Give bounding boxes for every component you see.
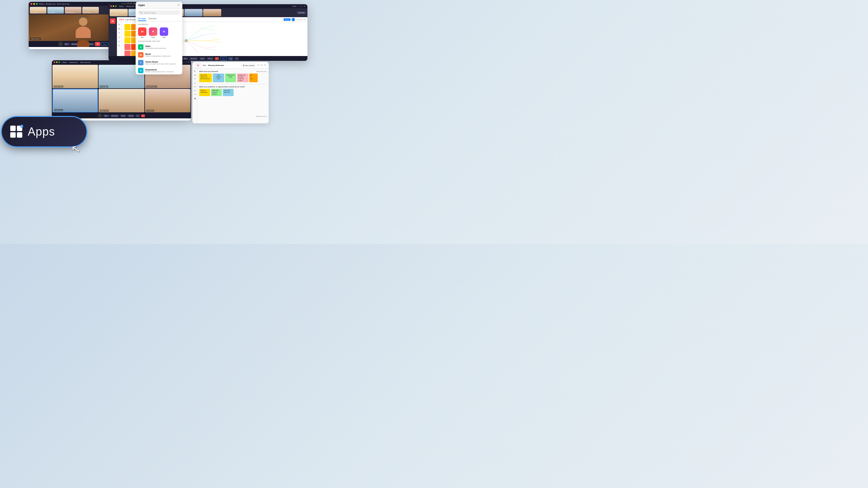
mr-close-btn[interactable]: ✕ xyxy=(264,64,266,67)
webex-logo-main: Webex xyxy=(119,5,124,7)
cursor-tool[interactable]: ↖ xyxy=(118,23,120,26)
share-btn-main[interactable]: Share xyxy=(199,57,206,60)
suggestion-thrive[interactable]: T Thrive Reset Take a breath and reset w… xyxy=(135,59,182,67)
layout-btn[interactable]: ⊞ Layout xyxy=(297,11,306,14)
mr-laser-tool[interactable]: ◉ xyxy=(194,97,196,100)
sticky-people-great[interactable]: People are so great xyxy=(225,73,236,82)
apps-panel-close-icon[interactable]: ✕ xyxy=(178,4,180,7)
suggestion-mural[interactable]: M Mural Online collaborative whiteboard xyxy=(135,51,182,59)
wm-participant-1[interactable]: Clarissa Smith xyxy=(110,9,128,16)
max-dot[interactable] xyxy=(115,5,117,7)
layout-btn-area: ⊞ Layout xyxy=(297,11,306,14)
hudl-icon: H xyxy=(160,27,168,36)
sticky-19 xyxy=(124,44,130,50)
apps-big-button[interactable]: + Apps ↖ xyxy=(2,117,87,147)
sticky-user-research[interactable]: User research rules xyxy=(213,73,224,82)
close-dot[interactable] xyxy=(30,3,32,5)
show-menu-bot[interactable]: Show menu bar xyxy=(80,61,91,63)
apps-search-box[interactable]: 🔍 Search Apps xyxy=(138,10,180,15)
miro-profile-icon[interactable]: 👤 xyxy=(291,18,295,22)
mr-pen-tool[interactable]: ✏ xyxy=(194,90,196,92)
cell-name-henry: Henry Riggs xyxy=(100,86,108,88)
sticky-help[interactable]: Make help easier to find/use xyxy=(211,89,222,96)
participant-thumb-1[interactable]: Clarissa Smith xyxy=(30,7,46,13)
sticky-cant-find[interactable]: People can't find help inside the produc… xyxy=(237,73,248,82)
max-dot[interactable] xyxy=(59,61,60,63)
mr-refresh-btn[interactable]: ↺ xyxy=(257,64,259,67)
participant-name-1: Clarissa Smith xyxy=(30,12,38,13)
meeting-info-top[interactable]: Meeting info xyxy=(46,3,56,5)
hoyk-icon: ✕ xyxy=(149,27,157,36)
show-menu-top[interactable]: Show menu bar xyxy=(57,3,69,5)
favorite-hoyk[interactable]: ✕ Hoyk xyxy=(149,27,157,38)
pen-tool[interactable]: ✏ xyxy=(118,44,120,47)
mural-icon: M xyxy=(138,52,144,58)
stop-video-btn-bot[interactable]: Stop video xyxy=(110,115,119,117)
sticky-tool[interactable]: ▭ xyxy=(118,40,121,43)
mr-arrow-tool[interactable]: ↗ xyxy=(194,93,196,96)
suggestion-smartsheet[interactable]: S Smartsheet Sheets and dashboards in re… xyxy=(135,67,182,74)
suggestion-slido[interactable]: S Slido Live polling and questions xyxy=(135,43,182,51)
record-btn-main[interactable]: Record xyxy=(207,57,214,60)
meeting-info-bot[interactable]: Meeting info xyxy=(69,61,78,63)
min-dot[interactable] xyxy=(56,61,58,63)
mr-cursor-tool[interactable]: ↖ xyxy=(194,70,196,73)
miro-close-all[interactable]: Close for all xyxy=(296,19,306,21)
text-tool[interactable]: T xyxy=(119,32,120,34)
sticky-1 xyxy=(124,24,130,30)
end-call-btn-main[interactable]: ✕ xyxy=(215,57,219,60)
wb2-max-btn[interactable]: □ xyxy=(185,61,187,64)
favorite-miro[interactable]: M Miro xyxy=(138,27,147,38)
more-btn-main[interactable]: ••• xyxy=(235,57,239,60)
wb2-close-btn[interactable]: ✕ xyxy=(187,61,189,64)
close-dot[interactable] xyxy=(54,61,55,63)
speaker-name-label: Sofia Gomez xyxy=(30,38,41,40)
star-reflection[interactable]: ☆ xyxy=(226,64,227,66)
open-together-btn[interactable]: ⊞ Open together xyxy=(241,64,256,67)
mr-frame-tool[interactable]: ⊡ xyxy=(194,74,196,76)
end-btn-bot[interactable]: ✕ xyxy=(141,115,145,117)
meeting-info-main[interactable]: Meeting info xyxy=(126,5,134,7)
favorite-hudl[interactable]: H Hudl xyxy=(160,27,168,38)
wm-minimize-btn[interactable]: — xyxy=(299,5,301,7)
my-apps-tab[interactable]: My Apps xyxy=(138,17,146,21)
cursor-arrow: ↖ xyxy=(70,142,82,156)
more-btn-bot[interactable]: ••• xyxy=(135,115,140,117)
miro-nav-icon[interactable]: M xyxy=(110,19,116,24)
apps-panel-header: Apps ✕ xyxy=(135,2,182,9)
wm-participant-5[interactable] xyxy=(184,9,203,16)
min-dot[interactable] xyxy=(113,5,114,7)
wb2-min-btn[interactable]: — xyxy=(182,61,184,64)
stop-video-btn-main[interactable]: Stop video xyxy=(189,57,198,60)
participant-thumb-4[interactable]: Darren Owens xyxy=(82,7,99,13)
sticky-onboarding[interactable]: Improve onboarding xyxy=(199,89,210,96)
mr-expand-btn[interactable]: ⊡ xyxy=(261,64,263,67)
shape-tool[interactable]: △ xyxy=(119,36,120,38)
participant-thumb-2[interactable]: Henry Riggs xyxy=(47,7,64,13)
wm-participant-6[interactable] xyxy=(203,9,221,16)
mr-text-tool[interactable]: T xyxy=(194,78,195,80)
share-btn-miro[interactable]: Share xyxy=(284,19,290,21)
minimize-dot[interactable] xyxy=(33,3,35,5)
apps-btn-main[interactable]: Apps xyxy=(220,57,227,60)
participant-thumb-3[interactable]: Isabelle Brennan xyxy=(65,7,82,13)
frame-tool[interactable]: ⊡ xyxy=(118,27,120,30)
participants-btn[interactable]: 👥 xyxy=(228,57,233,60)
mr-shape-tool[interactable]: △ xyxy=(194,82,195,84)
sticky-icons[interactable]: Icons and labels are xyxy=(223,89,234,96)
mute-btn-top[interactable]: Mute xyxy=(64,43,70,45)
apps-btn-top[interactable]: Apps xyxy=(101,42,108,46)
end-btn-top[interactable]: ✕ xyxy=(95,42,100,46)
wm-maximize-btn[interactable]: □ xyxy=(302,5,303,7)
mute-btn-main[interactable]: Mute xyxy=(182,57,188,60)
mute-btn-bot[interactable]: Mute xyxy=(103,115,109,117)
maximize-dot[interactable] xyxy=(36,3,38,5)
record-btn-bot[interactable]: Record xyxy=(127,115,134,117)
discover-tab[interactable]: Discover xyxy=(149,17,157,21)
sticky-design[interactable]: We should design 'non-tech-savvy-first' xyxy=(199,73,212,82)
sticky-gu: gunvisi... xyxy=(249,73,258,82)
share-btn-bot[interactable]: Share xyxy=(120,115,127,117)
close-dot[interactable] xyxy=(110,5,112,7)
mr-sticky-tool[interactable]: ▭ xyxy=(194,86,196,88)
wm-close-btn[interactable]: ✕ xyxy=(304,5,306,7)
